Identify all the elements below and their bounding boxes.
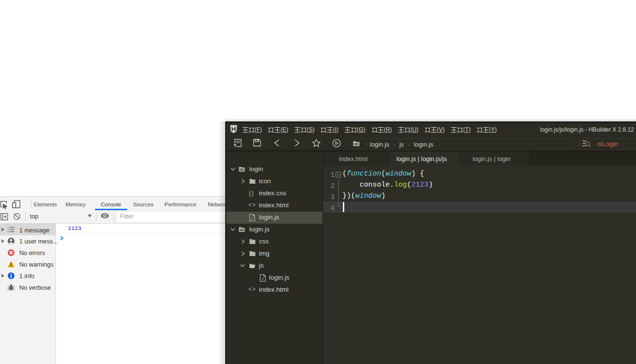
svg-text:J: J [261, 277, 263, 281]
svg-text:J: J [251, 216, 253, 221]
